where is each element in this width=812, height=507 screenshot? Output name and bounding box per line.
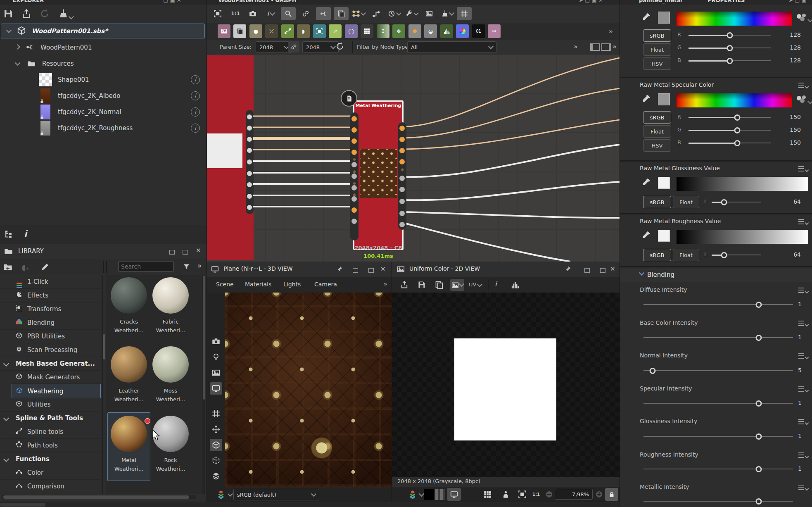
- tiling-button[interactable]: [484, 490, 491, 500]
- menu-camera[interactable]: Camera: [314, 281, 337, 288]
- hsv-button[interactable]: HSV: [643, 57, 671, 70]
- color-swatch[interactable]: [658, 93, 670, 105]
- node-shape-icon[interactable]: ◯: [345, 24, 358, 38]
- background-checker-swatch[interactable]: [435, 489, 445, 500]
- param-menu-icon[interactable]: [798, 484, 808, 492]
- tree-item-normal[interactable]: tfgcddyc_2K_Normal i: [0, 105, 207, 119]
- tree-item-shape[interactable]: Shape001 i: [0, 72, 207, 87]
- screenshot-button[interactable]: [245, 7, 260, 20]
- node-normal-icon[interactable]: ◒: [424, 24, 437, 38]
- metal-weathering-node[interactable]: Metal Weathering: [353, 100, 404, 250]
- slider-value[interactable]: 1: [785, 465, 802, 472]
- close-icon[interactable]: ✕: [380, 265, 386, 273]
- edit-button[interactable]: [40, 262, 50, 273]
- category-group-mesh-based[interactable]: Mesh Based Generat...: [0, 357, 101, 371]
- menu-lights[interactable]: Lights: [283, 281, 301, 288]
- display-mode-button[interactable]: [447, 488, 461, 501]
- node-hsl-icon[interactable]: [456, 24, 469, 38]
- category-group-functions[interactable]: Functions: [0, 452, 101, 466]
- info-button[interactable]: i: [495, 280, 497, 288]
- mannequin-button[interactable]: [502, 490, 510, 500]
- category-mask-generators[interactable]: Mask Generators: [0, 370, 101, 384]
- input-ports[interactable]: [350, 112, 359, 240]
- library-item-moss[interactable]: MossWeatheri...: [150, 344, 191, 410]
- maximize-icon[interactable]: [363, 267, 374, 274]
- node-text-icon[interactable]: [233, 24, 246, 38]
- float-button[interactable]: Float: [673, 196, 699, 208]
- channel-select-button[interactable]: [450, 279, 464, 291]
- new-folder-button[interactable]: +: [3, 262, 12, 273]
- node-levels-icon[interactable]: [440, 24, 453, 38]
- slider-value[interactable]: 1: [785, 301, 802, 307]
- compute-time-button[interactable]: [387, 7, 401, 20]
- srgb-button[interactable]: sRGB: [643, 249, 671, 261]
- float-window-icon[interactable]: [347, 267, 358, 274]
- node-gradient-icon[interactable]: ↧: [377, 24, 389, 38]
- category-1-click[interactable]: 1-Click: [0, 275, 101, 289]
- eyedropper-icon[interactable]: [642, 231, 651, 241]
- category-group-spline-path[interactable]: Spline & Path Tools: [0, 411, 101, 425]
- node-dot-icon[interactable]: [408, 24, 421, 38]
- reset-size-button[interactable]: [335, 42, 344, 52]
- overflow-icon[interactable]: »: [197, 262, 202, 270]
- slider-value[interactable]: 1: [785, 400, 802, 406]
- save-button[interactable]: [3, 9, 13, 20]
- node-warp-icon[interactable]: [313, 24, 326, 38]
- param-menu-icon[interactable]: [798, 452, 808, 459]
- node-comment-badge[interactable]: [341, 90, 357, 107]
- close-icon[interactable]: ✕: [610, 265, 615, 273]
- graph-canvas[interactable]: Metal Weathering: [207, 55, 620, 262]
- slider-value[interactable]: 1: [785, 334, 802, 340]
- zoom-level-input[interactable]: 7,98%: [555, 489, 593, 500]
- category-color[interactable]: Color: [0, 466, 101, 480]
- info-view-icon[interactable]: i: [24, 229, 27, 239]
- copy-image-button[interactable]: [435, 281, 443, 290]
- fit-frame-button[interactable]: [518, 490, 526, 500]
- align-nodes-icon[interactable]: [590, 43, 600, 51]
- hue-gradient-bar[interactable]: [677, 93, 792, 107]
- view3d-viewport[interactable]: [225, 293, 392, 487]
- library-item-rock[interactable]: RockWeatheri...: [150, 412, 191, 480]
- node-dirwarp-icon[interactable]: ↗: [329, 24, 342, 38]
- param-slider[interactable]: [643, 304, 793, 305]
- reload-button[interactable]: [40, 9, 50, 20]
- category-scrollbar[interactable]: [103, 334, 105, 359]
- tools-button[interactable]: [404, 7, 419, 20]
- info-icon[interactable]: i: [191, 75, 200, 84]
- color-presets-icon[interactable]: [797, 95, 812, 105]
- grayscale-gradient-bar[interactable]: [677, 230, 808, 244]
- channel-value[interactable]: 128: [784, 31, 801, 38]
- filter-node-dropdown[interactable]: All: [407, 41, 496, 53]
- param-slider[interactable]: [643, 501, 793, 502]
- srgb-button[interactable]: sRGB: [643, 29, 671, 42]
- info-mode-button[interactable]: i: [263, 7, 278, 20]
- library-item-metal[interactable]: MetalWeatheri...: [107, 412, 150, 481]
- slider-value[interactable]: 5: [785, 367, 802, 374]
- tree-view-icon[interactable]: [4, 230, 13, 241]
- colorspace-dropdown[interactable]: sRGB (default): [233, 489, 319, 500]
- channel-value[interactable]: 150: [784, 114, 801, 120]
- library-item-cracks[interactable]: CracksWeatheri...: [108, 275, 150, 341]
- eyedropper-icon[interactable]: [642, 178, 651, 188]
- lighting-icon[interactable]: [212, 353, 220, 363]
- param-menu-icon[interactable]: [798, 352, 808, 360]
- layers-mode-button[interactable]: [334, 7, 349, 20]
- snap-grid-button[interactable]: [457, 7, 472, 20]
- tree-item-graph[interactable]: WoodPattern001: [0, 40, 207, 55]
- toolbar-overflow-icon[interactable]: »: [574, 43, 578, 50]
- colorspace-icon[interactable]: [408, 490, 417, 501]
- float-window-icon[interactable]: [579, 267, 590, 274]
- connection-style-button[interactable]: [369, 7, 384, 20]
- maximize-icon[interactable]: [177, 248, 188, 256]
- new-filter-button[interactable]: ◖+: [21, 262, 30, 272]
- thumbnail-display-button[interactable]: [422, 7, 437, 20]
- view2d-canvas[interactable]: [392, 293, 620, 477]
- hsv-button[interactable]: HSV: [643, 139, 671, 152]
- value-swatch[interactable]: [658, 177, 670, 189]
- library-scrollbar-horizontal[interactable]: [2, 495, 196, 499]
- param-menu-icon[interactable]: [798, 418, 808, 426]
- tree-item-roughness[interactable]: tfgcddyc_2K_Roughness i: [0, 121, 207, 136]
- fit-view-button[interactable]: [210, 7, 225, 20]
- camera-view-icon[interactable]: [212, 337, 220, 347]
- environment-icon[interactable]: [212, 369, 220, 378]
